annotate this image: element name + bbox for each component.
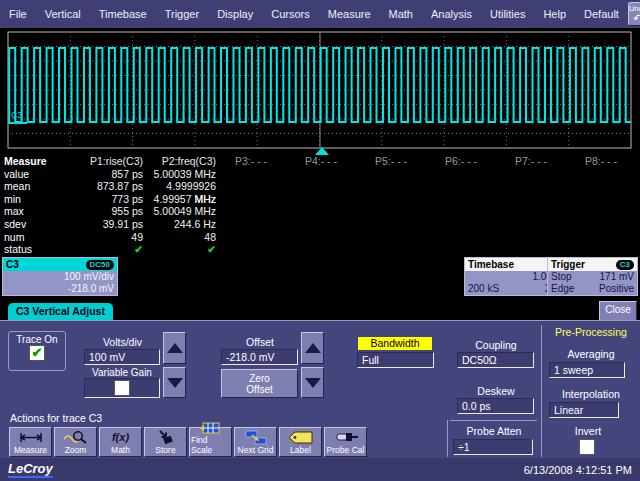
menu-display[interactable]: Display — [208, 8, 262, 20]
menu-vertical[interactable]: Vertical — [36, 8, 90, 20]
menu-math[interactable]: Math — [380, 8, 422, 20]
next-grid-button[interactable]: Next Grid — [234, 427, 277, 457]
undo-button[interactable]: Undo ↶ — [628, 2, 640, 26]
oscilloscope-screen: File Vertical Timebase Trigger Display C… — [0, 0, 640, 481]
next-grid-icon — [244, 429, 268, 445]
math-button[interactable]: f(x) Math — [99, 427, 142, 457]
menu-trigger[interactable]: Trigger — [156, 8, 208, 20]
deskew-field[interactable]: 0.0 ps — [457, 398, 534, 414]
measure-cell — [496, 231, 566, 244]
dialog-tab-strip: C3 Vertical Adjust Close — [0, 298, 640, 320]
zero-offset-button[interactable]: Zero Offset — [221, 369, 298, 398]
invert-label: Invert — [560, 425, 616, 437]
undo-icon: ↶ — [633, 13, 640, 24]
menu-utilities[interactable]: Utilities — [481, 8, 534, 20]
measure-row: status✔✔ — [0, 243, 640, 256]
measure-cell — [216, 243, 286, 256]
interpolation-field[interactable]: Linear — [549, 402, 619, 418]
bandwidth-label: Bandwidth — [358, 337, 432, 350]
measure-row-label: min — [0, 193, 62, 206]
measure-column-header[interactable]: P4:- - - — [286, 155, 356, 168]
measure-row: sdev39.91 ps244.6 Hz — [0, 218, 640, 231]
measure-column-header[interactable]: P1:rise(C3) — [62, 155, 143, 168]
averaging-field[interactable]: 1 sweep — [549, 362, 625, 378]
probe-cal-icon — [333, 429, 359, 445]
menu-analysis[interactable]: Analysis — [422, 8, 481, 20]
measure-cell — [356, 218, 426, 231]
measure-header-row: MeasureP1:rise(C3)P2:freq(C3)P3:- - -P4:… — [0, 155, 640, 168]
zoom-button[interactable]: Zoom — [54, 427, 97, 457]
coupling-field[interactable]: DC50Ω — [457, 352, 534, 368]
volts-div-up-button[interactable] — [163, 332, 186, 364]
measure-cell — [216, 231, 286, 244]
measure-cell — [286, 205, 356, 218]
variable-gain-checkbox[interactable]: ✔ — [114, 380, 130, 396]
actions-label: Actions for trace C3 — [10, 412, 102, 424]
trigger-descriptor-box[interactable]: Trigger C3 Stop 171 mV Edge Positive — [547, 257, 638, 296]
measure-cell — [496, 193, 566, 206]
measure-row: mean873.87 ps4.9999926 MHz — [0, 180, 640, 193]
measure-cell — [286, 168, 356, 181]
measure-row-label: max — [0, 205, 62, 218]
measure-column-header[interactable]: P5:- - - — [356, 155, 426, 168]
volts-div-field[interactable]: 100 mV — [84, 349, 160, 365]
measure-cell — [286, 193, 356, 206]
measure-column-header[interactable]: P2:freq(C3) — [143, 155, 216, 168]
measure-column-header[interactable]: P7:- - - — [496, 155, 566, 168]
measure-column-header[interactable]: P8:- - - — [566, 155, 636, 168]
c3-descriptor-box[interactable]: C3 DC50 100 mV/div -218.0 mV — [2, 257, 118, 296]
toolbar-divider — [447, 420, 448, 457]
measure-column-header[interactable]: P6:- - - — [426, 155, 496, 168]
measure-cell — [286, 218, 356, 231]
measure-cell — [426, 231, 496, 244]
offset-down-button[interactable] — [301, 367, 324, 398]
invert-checkbox[interactable]: ✔ — [579, 439, 595, 455]
menu-help[interactable]: Help — [534, 8, 575, 20]
measure-cell — [426, 218, 496, 231]
offset-up-button[interactable] — [301, 332, 324, 364]
volts-div-down-button[interactable] — [163, 367, 186, 398]
label-button[interactable]: Label — [279, 427, 322, 457]
probe-cal-button[interactable]: Probe Cal — [324, 427, 367, 457]
trigger-slope: Positive — [599, 283, 634, 295]
menu-timebase[interactable]: Timebase — [90, 8, 156, 20]
measure-cell — [286, 231, 356, 244]
menu-file[interactable]: File — [0, 8, 36, 20]
menu-cursors[interactable]: Cursors — [262, 8, 319, 20]
menu-measure[interactable]: Measure — [319, 8, 380, 20]
bandwidth-field[interactable]: Full — [357, 352, 434, 368]
close-button[interactable]: Close — [599, 301, 637, 321]
trigger-descriptor-header: Trigger C3 — [548, 258, 637, 271]
menu-default[interactable]: Default — [575, 8, 628, 20]
measure-cell — [216, 168, 286, 181]
menu-bar: File Vertical Timebase Trigger Display C… — [0, 0, 640, 28]
find-scale-button[interactable]: Find Scale — [189, 427, 232, 457]
measure-cell — [566, 218, 636, 231]
measure-cell — [356, 231, 426, 244]
probe-atten-field[interactable]: ÷1 — [453, 439, 533, 455]
variable-gain-box: ✔ — [84, 378, 160, 398]
zero-offset-label: Zero Offset — [240, 373, 280, 395]
measure-table: MeasureP1:rise(C3)P2:freq(C3)P3:- - -P4:… — [0, 155, 640, 256]
measure-cell: ✔ — [62, 243, 143, 256]
find-scale-icon — [199, 421, 223, 435]
measure-column-header[interactable]: P3:- - - — [216, 155, 286, 168]
trigger-mode: Stop — [551, 271, 572, 283]
trace-on-group: Trace On ✔ — [8, 331, 66, 371]
probe-atten-divider — [450, 420, 537, 421]
measure-button[interactable]: Measure — [9, 427, 52, 457]
coupling-label: Coupling — [458, 339, 534, 351]
store-button[interactable]: Store — [144, 427, 187, 457]
measure-cell — [356, 205, 426, 218]
measure-row-label: sdev — [0, 218, 62, 231]
offset-label: Offset — [222, 336, 298, 348]
math-button-label: Math — [111, 445, 130, 455]
offset-field[interactable]: -218.0 mV — [221, 349, 298, 365]
trace-on-checkbox[interactable]: ✔ — [29, 345, 45, 361]
channel-indicator-label: C3 — [11, 110, 23, 120]
tab-c3-vertical-adjust[interactable]: C3 Vertical Adjust — [8, 303, 113, 320]
measure-cell — [566, 231, 636, 244]
measure-cell — [566, 168, 636, 181]
measure-cell — [356, 243, 426, 256]
store-icon — [156, 429, 176, 445]
